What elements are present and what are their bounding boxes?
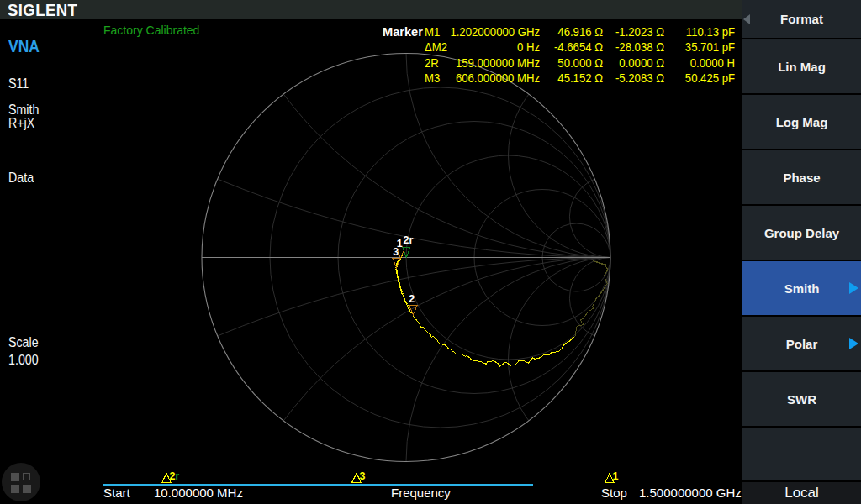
vna-screen: 12r322r31 SIGLENT Factory Calibrated VNA… xyxy=(0,0,861,504)
menu-item-swr-label: SWR xyxy=(787,392,816,407)
menu-item-blank[interactable] xyxy=(742,428,861,480)
reactance-arc xyxy=(0,258,861,504)
softkey-menu: FormatLin MagLog MagPhaseGroup DelaySmit… xyxy=(742,0,861,504)
launcher-grid-icon xyxy=(11,485,19,493)
start-label: Start xyxy=(103,486,130,500)
launcher-grid-icon xyxy=(11,473,19,481)
calibration-status: Factory Calibrated xyxy=(103,24,199,37)
marker-reactance: -5.2083 Ω xyxy=(615,71,664,86)
stop-frequency[interactable]: 1.500000000 GHz xyxy=(639,486,742,500)
frequency-axis-label: Frequency xyxy=(391,486,451,500)
menu-item-group-delay[interactable]: Group Delay xyxy=(742,206,861,260)
marker-frequency: 606.000000 MHz xyxy=(426,71,540,86)
marker-resistance: 45.152 Ω xyxy=(552,71,603,86)
marker-reactance: -28.038 Ω xyxy=(615,39,664,55)
local-mode-indicator[interactable]: Local xyxy=(742,482,861,504)
marker-resistance: 46.916 Ω xyxy=(552,24,603,39)
menu-item-swr[interactable]: SWR xyxy=(742,372,861,426)
marker-frequency: 1.202000000 GHz xyxy=(426,24,540,39)
marker-table-title xyxy=(383,55,420,71)
submenu-arrow-icon xyxy=(849,338,858,349)
marker-frequency: 159.000000 MHz xyxy=(426,55,540,71)
menu-item-phase[interactable]: Phase xyxy=(742,150,861,204)
menu-item-polar[interactable]: Polar xyxy=(742,317,861,370)
trace-marker-label: 2 xyxy=(409,293,415,305)
stop-label: Stop xyxy=(601,486,627,500)
menu-item-smith-label: Smith xyxy=(784,281,820,296)
launcher-grid-icon xyxy=(23,485,31,493)
back-arrow-icon xyxy=(743,14,750,24)
reactance-arc xyxy=(509,258,713,462)
top-bar: SIGLENT xyxy=(0,0,742,19)
marker-equivalent: 50.425 pF xyxy=(677,71,735,86)
menu-item-group-delay-label: Group Delay xyxy=(764,226,839,240)
siglent-logo: SIGLENT xyxy=(8,0,77,20)
axis-marker-label: 3 xyxy=(359,470,365,482)
menu-header-format[interactable]: Format xyxy=(742,0,861,38)
marker-frequency: 0 Hz xyxy=(426,39,540,55)
channel-label[interactable]: S11 xyxy=(8,76,29,92)
marker-equivalent: 0.0000 H xyxy=(677,55,735,71)
menu-item-lin-mag-label: Lin Mag xyxy=(778,60,826,74)
axis-marker-label: 1 xyxy=(612,470,618,482)
axis-marker-label: 2 xyxy=(169,470,175,482)
marker-reactance: 0.0000 Ω xyxy=(615,55,664,71)
marker-equivalent: 35.701 pF xyxy=(677,39,735,55)
menu-item-phase-label: Phase xyxy=(783,171,820,185)
menu-item-polar-label: Polar xyxy=(786,337,818,351)
s11-trace xyxy=(396,255,574,367)
marker-equivalent: 110.13 pF xyxy=(677,24,735,39)
marker-table-row: ΔM20 Hz-4.6654 Ω-28.038 Ω35.701 pF xyxy=(383,39,735,55)
marker-table-title: Marker xyxy=(383,24,420,39)
submenu-arrow-icon xyxy=(849,282,858,294)
app-title: VNA xyxy=(8,36,40,56)
menu-item-log-mag-label: Log Mag xyxy=(776,115,828,129)
marker-table-row: 2R159.000000 MHz50.000 Ω0.0000 Ω0.0000 H xyxy=(383,55,735,71)
marker-table-title xyxy=(383,39,420,55)
trace-marker-label: 3 xyxy=(393,246,399,258)
trace-marker-label: 2r xyxy=(404,234,414,246)
axis-marker-ref-label: r xyxy=(175,470,179,482)
marker-resistance: 50.000 Ω xyxy=(552,55,603,71)
scale-value[interactable]: 1.000 xyxy=(8,353,39,368)
data-label[interactable]: Data xyxy=(8,171,34,186)
marker-table-title xyxy=(383,71,420,86)
menu-item-log-mag[interactable]: Log Mag xyxy=(742,95,861,149)
marker-reactance: -1.2023 Ω xyxy=(615,24,664,39)
marker-table-row: MarkerM11.202000000 GHz46.916 Ω-1.2023 Ω… xyxy=(383,24,735,39)
marker-table-row: M3606.000000 MHz45.152 Ω-5.2083 Ω50.425 … xyxy=(383,71,735,86)
menu-header-format-label: Format xyxy=(780,12,823,26)
home-launcher-button[interactable] xyxy=(2,463,40,501)
start-frequency[interactable]: 10.000000 MHz xyxy=(154,486,243,500)
scale-label[interactable]: Scale xyxy=(8,335,39,350)
menu-item-smith[interactable]: Smith xyxy=(742,261,861,315)
menu-item-lin-mag[interactable]: Lin Mag xyxy=(742,39,861,93)
format-label-line2[interactable]: R+jX xyxy=(8,116,34,131)
launcher-grid-icon xyxy=(23,473,30,480)
marker-resistance: -4.6654 Ω xyxy=(552,39,603,55)
